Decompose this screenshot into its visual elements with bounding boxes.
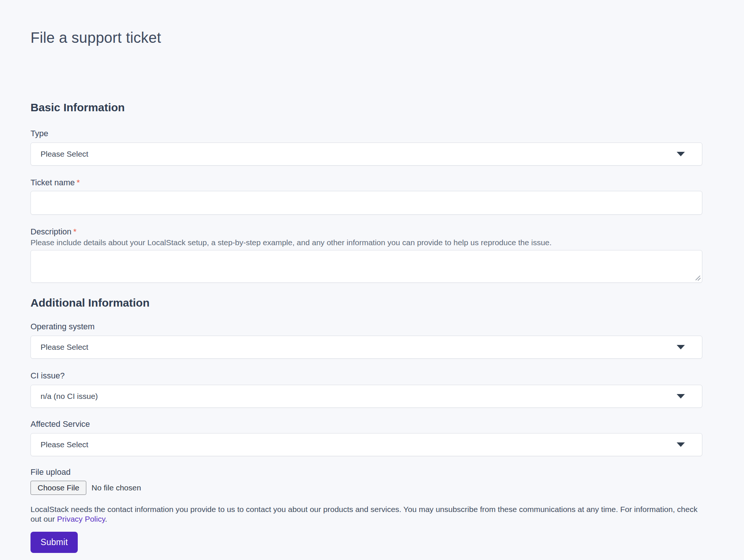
section-heading-basic-information: Basic Information xyxy=(31,101,702,114)
privacy-policy-link[interactable]: Privacy Policy xyxy=(57,515,105,523)
type-select[interactable]: Please Select xyxy=(31,143,702,166)
file-upload-label-text: File upload xyxy=(31,467,71,477)
ticket-name-label-text: Ticket name xyxy=(31,178,75,187)
description-textarea-wrap xyxy=(31,250,702,283)
type-label-text: Type xyxy=(31,129,48,138)
chevron-down-icon xyxy=(677,345,685,349)
file-upload-row: Choose File No file chosen xyxy=(31,480,702,496)
operating-system-select[interactable]: Please Select xyxy=(31,336,702,359)
section-heading-additional-information: Additional Information xyxy=(31,297,702,309)
description-label: Description* xyxy=(31,227,702,237)
ci-issue-select-value: n/a (no CI issue) xyxy=(41,392,98,401)
required-asterisk: * xyxy=(77,178,80,187)
disclaimer-before: LocalStack needs the contact information… xyxy=(31,505,698,523)
required-asterisk: * xyxy=(73,227,77,236)
submit-button[interactable]: Submit xyxy=(31,532,78,553)
chevron-down-icon xyxy=(677,394,685,399)
operating-system-label-text: Operating system xyxy=(31,322,94,331)
ci-issue-select[interactable]: n/a (no CI issue) xyxy=(31,385,702,408)
file-upload-label: File upload xyxy=(31,467,702,477)
ticket-name-input[interactable] xyxy=(31,191,702,215)
support-ticket-page: File a support ticket Basic Information … xyxy=(0,29,744,560)
type-label: Type xyxy=(31,129,702,138)
operating-system-select-value: Please Select xyxy=(41,343,88,352)
disclaimer-after: . xyxy=(105,515,107,523)
type-select-value: Please Select xyxy=(41,150,88,159)
ci-issue-label: CI issue? xyxy=(31,371,702,381)
ticket-name-label: Ticket name* xyxy=(31,178,702,188)
affected-service-select-value: Please Select xyxy=(41,440,88,449)
chevron-down-icon xyxy=(677,152,685,156)
description-label-text: Description xyxy=(31,227,71,236)
description-textarea[interactable] xyxy=(31,250,702,283)
affected-service-label: Affected Service xyxy=(31,419,702,429)
file-upload-status: No file chosen xyxy=(92,483,141,492)
operating-system-label: Operating system xyxy=(31,322,702,332)
description-helper-text: Please include details about your LocalS… xyxy=(31,238,702,247)
affected-service-label-text: Affected Service xyxy=(31,419,90,429)
choose-file-button[interactable]: Choose File xyxy=(31,481,86,495)
disclaimer-text: LocalStack needs the contact information… xyxy=(31,505,702,524)
page-title: File a support ticket xyxy=(31,29,702,46)
ci-issue-label-text: CI issue? xyxy=(31,371,65,380)
chevron-down-icon xyxy=(677,442,685,447)
affected-service-select[interactable]: Please Select xyxy=(31,433,702,456)
